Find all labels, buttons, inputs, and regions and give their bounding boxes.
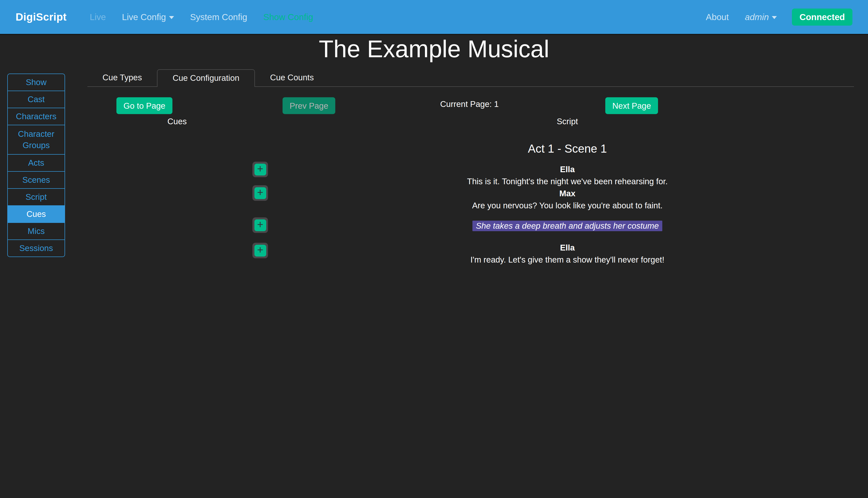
nav-item-live-config-label: Live Config — [122, 12, 166, 22]
nav-item-about[interactable]: About — [698, 12, 737, 22]
cue-add-slot-3: + — [252, 218, 268, 233]
app-brand[interactable]: DigiScript — [16, 11, 67, 23]
dialogue-text: This is it. Tonight's the night we've be… — [376, 175, 758, 187]
dialogue-text: Are you nervous? You look like you're ab… — [376, 199, 758, 212]
sidebar-item-mics[interactable]: Mics — [7, 222, 65, 240]
sidebar-nav: Show Cast Characters Character Groups Ac… — [7, 74, 65, 257]
sidebar-item-script[interactable]: Script — [7, 188, 65, 206]
character-name: Ella — [376, 163, 758, 175]
next-page-button[interactable]: Next Page — [605, 97, 658, 114]
sidebar-item-acts[interactable]: Acts — [7, 154, 65, 172]
add-cue-button[interactable]: + — [255, 163, 266, 175]
add-cue-button[interactable]: + — [255, 245, 266, 257]
character-name: Ella — [376, 242, 758, 254]
nav-item-show-config[interactable]: Show Config — [255, 12, 321, 22]
script-line: Max Are you nervous? You look like you'r… — [376, 187, 758, 212]
sidebar-item-characters[interactable]: Characters — [7, 108, 65, 125]
stage-direction: She takes a deep breath and adjusts her … — [472, 221, 662, 231]
page-title: The Example Musical — [0, 35, 868, 63]
connection-status-button[interactable]: Connected — [792, 9, 852, 26]
character-name: Max — [376, 187, 758, 199]
tab-cue-counts[interactable]: Cue Counts — [255, 69, 329, 87]
top-navbar: DigiScript Live Live Config System Confi… — [0, 0, 868, 35]
nav-links: Live Live Config System Config Show Conf… — [82, 12, 321, 22]
add-cue-button[interactable]: + — [255, 187, 266, 199]
tab-cue-types[interactable]: Cue Types — [87, 69, 157, 87]
script-panel: Act 1 - Scene 1 Ella This is it. Tonight… — [376, 142, 758, 266]
cue-add-slot-2: + — [252, 185, 268, 201]
sidebar-item-character-groups[interactable]: Character Groups — [7, 125, 65, 155]
user-name: admin — [745, 12, 769, 22]
sidebar-item-cast[interactable]: Cast — [7, 91, 65, 108]
cue-add-slot-1: + — [252, 162, 268, 177]
nav-right: About admin Connected — [698, 9, 852, 26]
nav-item-system-config[interactable]: System Config — [182, 12, 256, 22]
sidebar-item-sessions[interactable]: Sessions — [7, 239, 65, 257]
current-page-indicator: Current Page: 1 — [440, 100, 499, 109]
sidebar-item-show[interactable]: Show — [7, 74, 65, 91]
cue-add-slot-4: + — [252, 243, 268, 258]
add-cue-button[interactable]: + — [255, 219, 266, 231]
script-column-label: Script — [557, 117, 578, 126]
dialogue-text: I'm ready. Let's give them a show they'l… — [376, 254, 758, 266]
prev-page-button[interactable]: Prev Page — [283, 97, 335, 114]
tab-cue-configuration[interactable]: Cue Configuration — [157, 69, 255, 87]
chevron-down-icon — [772, 16, 777, 19]
user-menu[interactable]: admin — [737, 12, 785, 22]
nav-item-live-config[interactable]: Live Config — [114, 12, 182, 22]
cue-tabs: Cue Types Cue Configuration Cue Counts — [87, 69, 854, 87]
nav-item-live[interactable]: Live — [82, 12, 114, 22]
go-to-page-button[interactable]: Go to Page — [117, 97, 172, 114]
script-line: Ella I'm ready. Let's give them a show t… — [376, 242, 758, 266]
sidebar-item-cues[interactable]: Cues — [7, 205, 65, 223]
script-line: Ella This is it. Tonight's the night we'… — [376, 163, 758, 187]
sidebar-item-scenes[interactable]: Scenes — [7, 171, 65, 189]
chevron-down-icon — [169, 16, 174, 19]
scene-heading: Act 1 - Scene 1 — [376, 142, 758, 155]
cues-column-label: Cues — [167, 117, 186, 126]
